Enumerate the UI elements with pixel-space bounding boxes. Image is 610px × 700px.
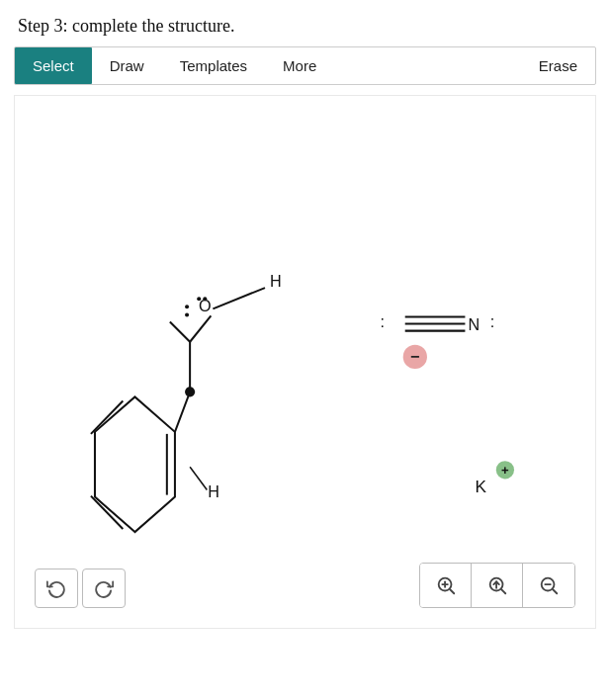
templates-button[interactable]: Templates [162, 47, 265, 84]
canvas-area: O H H : N : − K + [14, 95, 596, 629]
colon-dot1 [185, 305, 189, 308]
svg-line-5 [450, 589, 454, 593]
draw-button[interactable]: Draw [92, 47, 162, 84]
chain-o-bond [190, 315, 211, 341]
k-label: K [476, 477, 487, 496]
n-label: N [468, 315, 479, 333]
zoom-reset-button[interactable] [472, 564, 523, 607]
select-button[interactable]: Select [15, 47, 92, 84]
svg-line-12 [553, 589, 557, 593]
svg-line-2 [91, 400, 123, 433]
right-colon: : [490, 312, 495, 330]
svg-line-9 [501, 589, 505, 593]
carbon-dot [185, 387, 195, 396]
h-label-bottom: H [208, 482, 219, 500]
minus-sign: − [410, 347, 419, 365]
erase-button[interactable]: Erase [521, 47, 595, 84]
svg-line-1 [91, 496, 123, 529]
toolbar: Select Draw Templates More Erase [14, 46, 596, 85]
plus-sign: + [501, 463, 509, 478]
h-label-top: H [270, 272, 282, 290]
benzene-ring [91, 396, 175, 532]
oh-bond [213, 288, 265, 308]
colon-dot2 [185, 312, 189, 316]
more-button[interactable]: More [265, 47, 334, 84]
page-title: Step 3: complete the structure. [0, 0, 610, 46]
lone-pair-dot1 [197, 297, 201, 301]
h-bottom-bond [190, 467, 207, 489]
molecule-canvas[interactable]: O H H : N : − K + [15, 96, 595, 628]
h-bond [170, 322, 190, 342]
undo-button[interactable] [35, 569, 78, 608]
redo-button[interactable] [82, 569, 126, 608]
left-colon: : [380, 312, 385, 330]
lone-pair-dot2 [203, 297, 207, 301]
bottom-controls-left [35, 569, 126, 608]
chain-bond-1 [175, 392, 190, 431]
zoom-in-button[interactable] [420, 564, 472, 607]
bottom-controls-right [419, 563, 575, 608]
zoom-out-button[interactable] [523, 564, 574, 607]
